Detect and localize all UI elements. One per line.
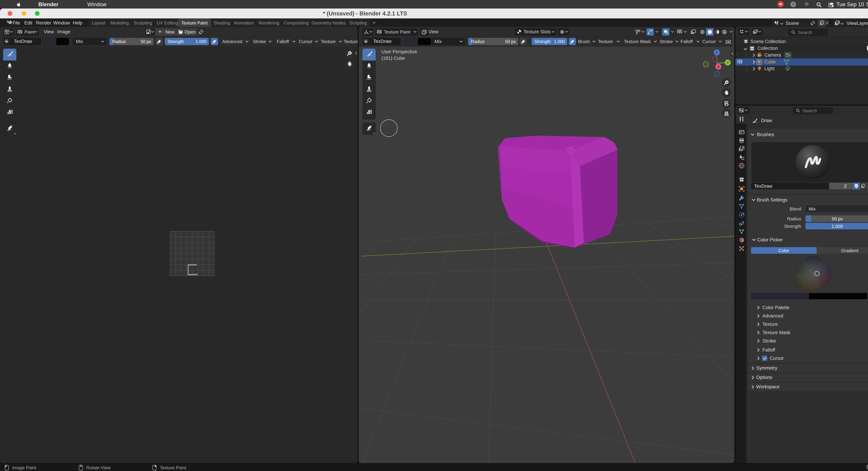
svg-text:Z: Z (716, 50, 718, 55)
svg-text:X: X (717, 65, 720, 69)
svg-text:Y: Y (726, 60, 729, 65)
